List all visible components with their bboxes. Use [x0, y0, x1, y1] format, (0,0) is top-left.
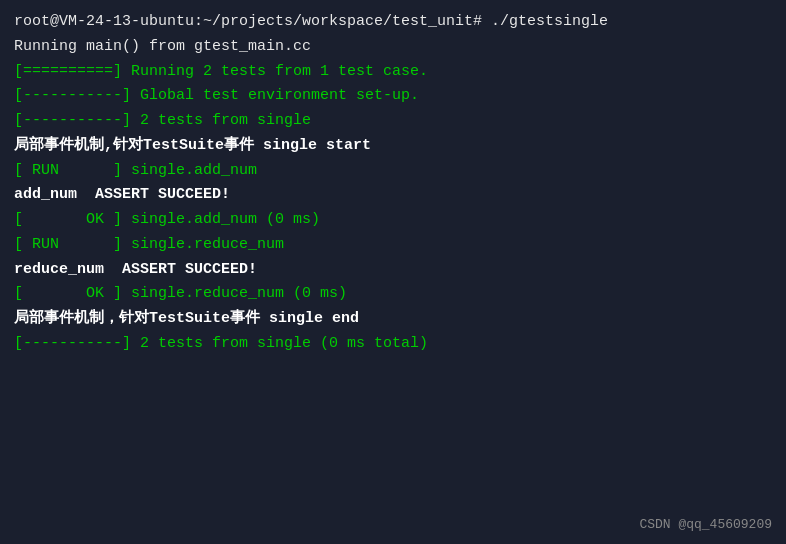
run-add: [ RUN ] single.add_num: [14, 159, 772, 184]
separator-global: [-----------] Global test environment se…: [14, 84, 772, 109]
chinese-start: 局部事件机制,针对TestSuite事件 single start: [14, 134, 772, 159]
run-reduce: [ RUN ] single.reduce_num: [14, 233, 772, 258]
watermark: CSDN @qq_45609209: [639, 517, 772, 532]
ok-reduce: [ OK ] single.reduce_num (0 ms): [14, 282, 772, 307]
separator-2tests: [-----------] 2 tests from single: [14, 109, 772, 134]
ok-add: [ OK ] single.add_num (0 ms): [14, 208, 772, 233]
chinese-end: 局部事件机制，针对TestSuite事件 single end: [14, 307, 772, 332]
separator-total: [-----------] 2 tests from single (0 ms …: [14, 332, 772, 357]
terminal-window: root@VM-24-13-ubuntu:~/projects/workspac…: [0, 0, 786, 544]
cmd-line: root@VM-24-13-ubuntu:~/projects/workspac…: [14, 10, 772, 35]
assert-reduce: reduce_num ASSERT SUCCEED!: [14, 258, 772, 283]
assert-add: add_num ASSERT SUCCEED!: [14, 183, 772, 208]
running-main: Running main() from gtest_main.cc: [14, 35, 772, 60]
separator-running: [==========] Running 2 tests from 1 test…: [14, 60, 772, 85]
